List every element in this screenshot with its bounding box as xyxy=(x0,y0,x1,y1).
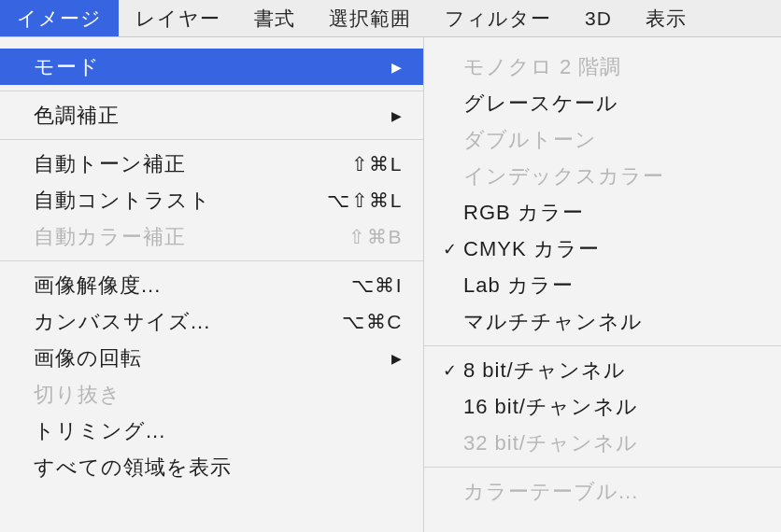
menubar-item-6[interactable]: 表示 xyxy=(629,0,703,36)
menubar-item-label: フィルター xyxy=(445,6,551,32)
submenu-item-label: グレースケール xyxy=(463,90,760,118)
menu-item[interactable]: トリミング... xyxy=(0,413,423,449)
menu-item-label: カンバスサイズ... xyxy=(34,308,342,336)
menubar-item-5[interactable]: 3D xyxy=(568,0,629,36)
submenu-item: インデックスカラー xyxy=(424,158,781,194)
menu-item[interactable]: カンバスサイズ...⌥⌘C xyxy=(0,303,423,340)
submenu-item-label: RGB カラー xyxy=(463,199,760,227)
menu-item-shortcut: ⇧⌘L xyxy=(351,153,403,175)
menu-item-label: 自動コントラスト xyxy=(34,187,327,215)
menu-item[interactable]: 色調補正▶ xyxy=(0,97,423,133)
submenu-item: ダブルトーン xyxy=(424,121,781,158)
menubar-item-4[interactable]: フィルター xyxy=(428,0,568,36)
menubar-item-3[interactable]: 選択範囲 xyxy=(312,0,428,36)
menu-separator xyxy=(0,139,423,140)
submenu-item[interactable]: グレースケール xyxy=(424,85,781,121)
menu-item-label: 自動カラー補正 xyxy=(34,223,348,251)
menubar-item-label: 表示 xyxy=(646,6,687,32)
menu-item-shortcut: ⌥⌘I xyxy=(351,274,403,297)
menu-item: 切り抜き xyxy=(0,376,423,413)
menu-item-shortcut: ⇧⌘B xyxy=(348,226,403,248)
menu-item[interactable]: 画像の回転▶ xyxy=(0,340,423,376)
menu-item-label: モード xyxy=(34,53,391,81)
submenu-item[interactable]: ✓8 bit/チャンネル xyxy=(424,352,781,388)
menu-item-label: トリミング... xyxy=(34,417,403,445)
submenu-item[interactable]: マルチチャンネル xyxy=(424,303,781,340)
menu-item[interactable]: 自動トーン補正⇧⌘L xyxy=(0,146,423,182)
menubar-item-label: 書式 xyxy=(254,6,295,32)
submenu-item-label: カラーテーブル... xyxy=(463,478,760,506)
menu-item-label: 自動トーン補正 xyxy=(34,150,351,178)
menubar-item-0[interactable]: イメージ xyxy=(0,0,119,36)
submenu-item-label: マルチチャンネル xyxy=(463,308,760,336)
submenu-item-label: ダブルトーン xyxy=(463,126,760,154)
menu-item-label: 画像解像度... xyxy=(34,272,351,300)
submenu-arrow-icon: ▶ xyxy=(391,60,403,75)
menu-item-label: 画像の回転 xyxy=(34,344,391,372)
submenu-item-label: モノクロ 2 階調 xyxy=(463,53,760,81)
checkmark-icon: ✓ xyxy=(437,360,463,381)
submenu-item: 32 bit/チャンネル xyxy=(424,425,781,461)
submenu-arrow-icon: ▶ xyxy=(391,108,403,123)
menubar-item-label: レイヤー xyxy=(135,6,220,32)
menubar-item-2[interactable]: 書式 xyxy=(237,0,312,36)
submenu-item[interactable]: ✓CMYK カラー xyxy=(424,231,781,267)
menu-separator xyxy=(0,260,423,261)
submenu-item-label: CMYK カラー xyxy=(463,235,760,263)
submenu-item-label: Lab カラー xyxy=(463,272,760,300)
mode-submenu: モノクロ 2 階調グレースケールダブルトーンインデックスカラーRGB カラー✓C… xyxy=(424,37,781,532)
menubar-item-label: イメージ xyxy=(17,6,102,32)
menu-item[interactable]: 画像解像度...⌥⌘I xyxy=(0,267,423,303)
menu-separator xyxy=(0,91,423,91)
menubar-item-1[interactable]: レイヤー xyxy=(119,0,237,36)
menu-item[interactable]: 自動コントラスト⌥⇧⌘L xyxy=(0,182,423,218)
menubar: イメージレイヤー書式選択範囲フィルター3D表示 xyxy=(0,0,781,37)
menu-item[interactable]: モード▶ xyxy=(0,49,423,85)
submenu-item[interactable]: RGB カラー xyxy=(424,194,781,231)
menu-item-label: 色調補正 xyxy=(34,102,391,130)
menu-item[interactable]: すべての領域を表示 xyxy=(0,449,423,485)
menu-item: 自動カラー補正⇧⌘B xyxy=(0,218,423,255)
submenu-item[interactable]: Lab カラー xyxy=(424,267,781,303)
checkmark-icon: ✓ xyxy=(437,239,463,259)
submenu-item: モノクロ 2 階調 xyxy=(424,49,781,85)
menu-item-label: 切り抜き xyxy=(34,381,403,409)
submenu-separator xyxy=(424,345,781,346)
submenu-item: カラーテーブル... xyxy=(424,473,781,510)
submenu-separator xyxy=(424,467,781,468)
image-menu-dropdown: モード▶色調補正▶自動トーン補正⇧⌘L自動コントラスト⌥⇧⌘L自動カラー補正⇧⌘… xyxy=(0,37,424,532)
submenu-item-label: インデックスカラー xyxy=(463,162,760,190)
submenu-arrow-icon: ▶ xyxy=(391,351,403,366)
menu-item-label: すべての領域を表示 xyxy=(34,454,403,482)
menu-item-shortcut: ⌥⇧⌘L xyxy=(327,189,403,212)
submenu-item-label: 16 bit/チャンネル xyxy=(463,393,760,421)
submenu-item-label: 32 bit/チャンネル xyxy=(463,429,760,457)
menu-item-shortcut: ⌥⌘C xyxy=(342,311,403,333)
submenu-item-label: 8 bit/チャンネル xyxy=(463,357,760,385)
submenu-item[interactable]: 16 bit/チャンネル xyxy=(424,388,781,425)
menubar-item-label: 3D xyxy=(585,7,612,30)
menubar-item-label: 選択範囲 xyxy=(329,6,411,32)
